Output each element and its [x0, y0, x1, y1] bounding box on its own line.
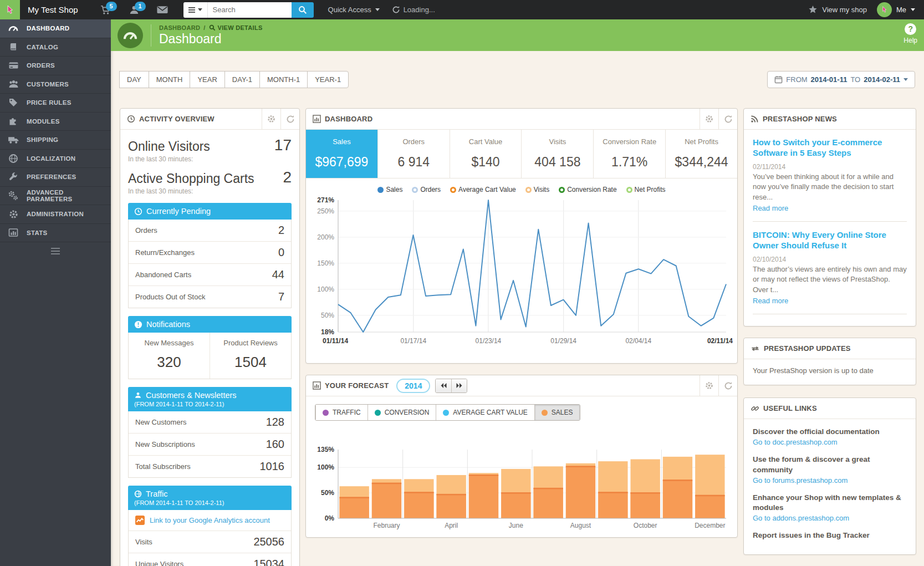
view-my-shop-link[interactable]: View my shop — [798, 0, 877, 19]
legend-item[interactable]: Conversion Rate — [559, 186, 616, 193]
forecast-metric-tab[interactable]: TRAFFIC — [315, 405, 367, 420]
refresh-button[interactable] — [718, 109, 737, 129]
prestashop-back-office: My Test Shop 5 1 Quick Access — [0, 0, 924, 566]
google-analytics-icon — [135, 516, 145, 525]
legend-dot-icon — [375, 410, 381, 416]
chevron-down-icon — [911, 8, 915, 11]
refresh-button[interactable] — [280, 109, 299, 129]
sidebar-item-preferences[interactable]: PREFERENCES — [0, 168, 111, 187]
sidebar-item-shipping[interactable]: SHIPPING — [0, 131, 111, 150]
pending-row[interactable]: Products Out of Stock 7 — [129, 286, 291, 308]
topbar-spacer — [440, 0, 799, 19]
pending-row[interactable]: Return/Exchanges 0 — [129, 242, 291, 264]
legend-dot-icon — [377, 187, 384, 193]
forecast-metric-tab[interactable]: AVERAGE CART VALUE — [436, 405, 534, 420]
sidebar-item-administration[interactable]: ADMINISTRATION — [0, 205, 111, 224]
settings-gear-button[interactable] — [700, 109, 718, 129]
sidebar-item-orders[interactable]: ORDERS — [0, 57, 111, 75]
sidebar-item-label: PRICE RULES — [27, 99, 72, 106]
shop-name[interactable]: My Test Shop — [20, 0, 91, 19]
legend-dot-icon — [542, 410, 548, 416]
prestashop-logo[interactable] — [0, 0, 20, 19]
useful-link-url[interactable]: Go to addons.prestashop.com — [753, 514, 907, 522]
pending-row[interactable]: Abandoned Carts 44 — [129, 264, 291, 286]
traffic-row[interactable]: Unique Visitors 15034 — [129, 553, 291, 566]
svg-text:December: December — [695, 522, 725, 529]
messages-menu[interactable] — [148, 0, 177, 19]
legend-item[interactable]: Visits — [525, 186, 549, 193]
range-preset-button[interactable]: YEAR-1 — [307, 71, 349, 88]
search-input[interactable] — [207, 2, 292, 18]
wrench-icon — [7, 172, 19, 182]
legend-item[interactable]: Average Cart Value — [450, 186, 516, 193]
svg-text:100%: 100% — [317, 463, 334, 471]
sidebar-item-catalog[interactable]: CATALOG — [0, 38, 111, 57]
google-analytics-link[interactable]: Link to your Google Analytics account — [150, 516, 270, 524]
help-button[interactable]: ? Help — [903, 23, 917, 44]
active-carts-stat: Active Shopping Carts 2 — [128, 169, 292, 186]
sidebar-item-dashboard[interactable]: DASHBOARD — [0, 19, 111, 38]
online-visitors-value: 17 — [274, 136, 292, 154]
envelope-icon — [156, 5, 169, 14]
settings-gear-button[interactable] — [262, 109, 280, 129]
sidebar-item-advanced-parameters[interactable]: ADVANCED PARAMETERS — [0, 187, 111, 206]
breadcrumb-view-details[interactable]: VIEW DETAILS — [209, 24, 263, 31]
svg-text:01/29/14: 01/29/14 — [550, 337, 576, 345]
sidebar-item-localization[interactable]: LOCALIZATION — [0, 150, 111, 169]
sidebar-item-label: SHIPPING — [27, 136, 58, 143]
legend-item[interactable]: Sales — [377, 186, 402, 193]
quick-access-menu[interactable]: Quick Access — [320, 0, 387, 19]
customers-row[interactable]: Total Subscribers 1016 — [129, 456, 291, 477]
product-reviews-cell[interactable]: Product Reviews 1504 — [210, 333, 291, 379]
sidebar-item-price-rules[interactable]: PRICE RULES — [0, 94, 111, 113]
kpi-tile[interactable]: Orders 6 914 — [378, 130, 450, 178]
kpi-tile[interactable]: Sales $967,699 — [306, 130, 378, 178]
sidebar-item-customers[interactable]: CUSTOMERS — [0, 75, 111, 94]
range-preset-button[interactable]: MONTH — [149, 71, 191, 88]
forecast-metric-tab[interactable]: SALES — [534, 405, 580, 420]
refresh-button[interactable] — [718, 375, 737, 396]
kpi-tile[interactable]: Cart Value $140 — [450, 130, 522, 178]
traffic-row[interactable]: Visits 25056 — [129, 531, 291, 553]
range-preset-button[interactable]: YEAR — [190, 71, 224, 88]
pending-row[interactable]: Orders 2 — [129, 220, 291, 242]
range-preset-button[interactable]: DAY — [119, 71, 149, 88]
cart-menu[interactable]: 5 — [91, 0, 120, 19]
svg-text:October: October — [634, 522, 657, 529]
sidebar-item-stats[interactable]: STATS — [0, 224, 111, 243]
range-preset-button[interactable]: MONTH-1 — [259, 71, 308, 88]
kpi-tile[interactable]: Visits 404 158 — [522, 130, 594, 178]
previous-year-button[interactable] — [436, 379, 451, 392]
sidebar-collapse-handle[interactable] — [0, 248, 111, 254]
read-more-link[interactable]: Read more — [753, 204, 788, 212]
hamburger-icon — [188, 7, 195, 13]
search-button[interactable] — [292, 2, 314, 18]
customers-row[interactable]: New Subscriptions 160 — [129, 434, 291, 456]
search-group — [183, 0, 314, 19]
update-arrows-icon — [751, 345, 760, 353]
news-article-title[interactable]: BITCOIN: Why Every Online Store Owner Sh… — [753, 230, 907, 251]
news-article-title[interactable]: How to Switch your E-commerce Software i… — [753, 137, 907, 159]
legend-item[interactable]: Net Profits — [626, 186, 666, 193]
range-preset-button[interactable]: DAY-1 — [224, 71, 260, 88]
new-messages-cell[interactable]: New Messages 320 — [129, 333, 210, 379]
kpi-tile[interactable]: Conversion Rate 1.71% — [594, 130, 666, 178]
useful-link-url[interactable]: Go to forums.prestashop.com — [753, 476, 907, 485]
customers-rows: New Customers 128 New Subscriptions 160 … — [128, 411, 292, 478]
employee-menu[interactable]: Me — [877, 0, 924, 19]
settings-gear-button[interactable] — [700, 375, 718, 396]
breadcrumb-dashboard[interactable]: DASHBOARD — [159, 24, 200, 31]
search-category-button[interactable] — [183, 2, 207, 18]
next-year-button[interactable] — [451, 379, 467, 392]
legend-dot-icon — [443, 410, 449, 416]
sidebar-item-modules[interactable]: MODULES — [0, 113, 111, 131]
legend-item[interactable]: Orders — [412, 186, 441, 193]
forecast-metric-tab[interactable]: CONVERSION — [367, 405, 436, 420]
double-chevron-right-icon — [456, 383, 463, 389]
kpi-tile[interactable]: Net Profits $344,244 — [666, 130, 737, 178]
date-range-picker[interactable]: FROM 2014-01-11 TO 2014-02-11 — [767, 71, 915, 88]
read-more-link[interactable]: Read more — [753, 297, 788, 305]
useful-link-url[interactable]: Go to doc.prestashop.com — [753, 438, 907, 446]
customers-row[interactable]: New Customers 128 — [129, 411, 291, 434]
customers-menu[interactable]: 1 — [120, 0, 148, 19]
